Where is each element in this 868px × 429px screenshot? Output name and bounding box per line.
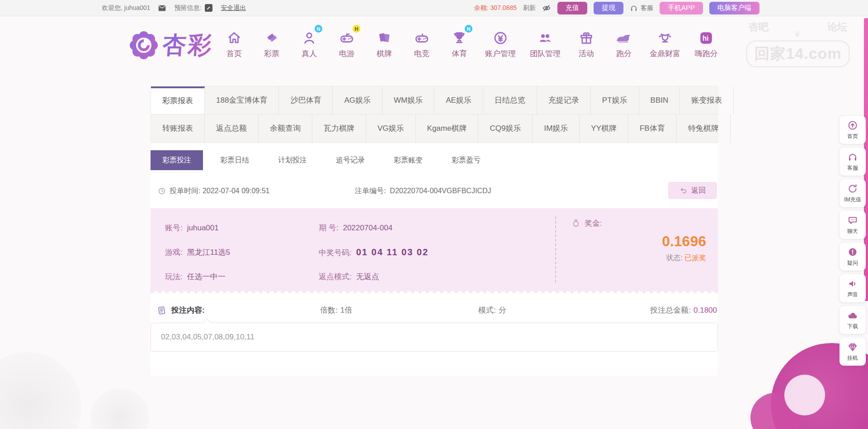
tab-ae[interactable]: AE娱乐 <box>434 86 483 114</box>
tab-tetu[interactable]: 特兔棋牌 <box>677 114 731 143</box>
tab-pt[interactable]: PT娱乐 <box>591 86 639 114</box>
win-numbers-value: 01 04 11 03 02 <box>356 247 429 257</box>
nav-item-home[interactable]: 首页 <box>222 27 246 59</box>
tab-caipiao-baobiao[interactable]: 彩票报表 <box>151 86 205 114</box>
tab-zhangbian[interactable]: 账变报表 <box>680 86 734 114</box>
nav-item-sports[interactable]: N 体育 <box>448 27 471 59</box>
order-no-label: 注单编号: <box>355 187 386 195</box>
welcome-text: 欢迎您, juhua001 <box>102 4 150 12</box>
prize-label: 奖金: <box>585 218 602 229</box>
issue-label: 期 号: <box>319 224 338 232</box>
report-tabs: 彩票报表 188金宝博体育 沙巴体育 AG娱乐 WM娱乐 AE娱乐 日结总览 充… <box>151 86 718 143</box>
nav-item-egames[interactable]: H 电游 <box>335 27 359 59</box>
tab-vg[interactable]: VG娱乐 <box>366 114 416 143</box>
nav-item-jinding[interactable]: 金鼎财富 <box>650 27 680 59</box>
subtab-touzhu[interactable]: 彩票投注 <box>151 150 203 170</box>
reserved-info-label: 预留信息: <box>174 4 201 12</box>
eye-slash-icon[interactable] <box>542 4 551 13</box>
sidebar-im-recharge[interactable]: IM充值 <box>840 179 866 207</box>
nav-item-haipaofen[interactable]: hi 嗨跑分 <box>694 27 718 59</box>
withdraw-button[interactable]: 提现 <box>594 2 623 14</box>
logout-link[interactable]: 安全退出 <box>221 4 246 12</box>
nav-item-esports[interactable]: 电竞 <box>410 27 434 59</box>
trophy-icon: N <box>452 27 467 46</box>
order-no-value: D20220704-004VGBFBCJICDJ <box>390 187 491 195</box>
sidebar-download[interactable]: 下载 <box>840 306 866 334</box>
edit-pencil-icon[interactable] <box>205 4 212 12</box>
clock-icon <box>158 187 166 195</box>
subtab-zhuihao[interactable]: 追号记录 <box>324 150 377 170</box>
sidebar-question[interactable]: 疑问 <box>840 243 866 271</box>
arrow-up-circle-icon <box>847 120 858 131</box>
mobile-app-button[interactable]: 手机APP <box>660 2 703 14</box>
nav-item-activity[interactable]: 活动 <box>575 27 598 59</box>
refresh-link[interactable]: 刷新 <box>523 4 536 12</box>
watermark-right: 论坛 <box>827 20 847 34</box>
tab-shaba[interactable]: 沙巴体育 <box>279 86 333 114</box>
tab-kgame[interactable]: Kgame棋牌 <box>416 114 479 143</box>
subtab-yingkui[interactable]: 彩票盈亏 <box>440 150 492 170</box>
cards-icon <box>377 27 392 46</box>
status-label: 状态: <box>666 254 683 262</box>
refresh-icon <box>847 183 858 194</box>
pc-client-button[interactable]: 电脑客户端 <box>709 2 760 14</box>
subtab-jihua[interactable]: 计划投注 <box>266 150 319 170</box>
tab-im[interactable]: IM娱乐 <box>533 114 580 143</box>
tab-ag[interactable]: AG娱乐 <box>333 86 382 114</box>
tab-wali[interactable]: 瓦力棋牌 <box>312 114 366 143</box>
nav-item-lottery[interactable]: 彩票 <box>260 27 283 59</box>
dashed-divider <box>555 216 556 282</box>
nav-item-team[interactable]: 团队管理 <box>530 27 561 59</box>
tab-yy[interactable]: YY棋牌 <box>580 114 628 143</box>
headset-icon <box>630 4 638 12</box>
tabs-row-2: 转账报表 返点总额 余额查询 瓦力棋牌 VG娱乐 Kgame棋牌 CQ9娱乐 I… <box>151 114 717 143</box>
tab-fb[interactable]: FB体育 <box>628 114 677 143</box>
bubble-pointer <box>203 319 211 327</box>
order-info-row: 投单时间: 2022-07-04 09:09:51 注单编号: D2022070… <box>151 182 718 200</box>
speaker-icon <box>847 278 858 289</box>
tab-rijie[interactable]: 日结总览 <box>483 86 537 114</box>
mail-icon[interactable] <box>158 5 166 11</box>
slot-gamepad-icon: H <box>339 27 355 46</box>
sidebar-service[interactable]: 客服 <box>840 148 866 176</box>
tab-188jinbaobo[interactable]: 188金宝博体育 <box>205 86 279 114</box>
tab-bbin[interactable]: BBIN <box>639 86 680 114</box>
logo-text: 杏彩 <box>162 29 215 61</box>
back-button[interactable]: 返回 <box>668 182 717 199</box>
sidebar-chat[interactable]: 聊天 <box>840 211 866 239</box>
prize-block: 奖金: 0.1696 状态:已派奖 <box>571 218 706 263</box>
mode-label: 模式: <box>478 306 496 315</box>
nav-item-account[interactable]: 账户管理 <box>485 27 516 59</box>
sidebar-autoplay[interactable]: 挂机 <box>840 338 866 366</box>
nav-item-live[interactable]: N 真人 <box>297 27 321 59</box>
gift-icon <box>579 27 594 46</box>
bet-time-value: 2022-07-04 09:09:51 <box>203 187 270 195</box>
nav-item-paofen[interactable]: 跑分 <box>612 27 636 59</box>
exclamation-circle-icon <box>847 247 858 257</box>
tab-zhuanzhang[interactable]: 转账报表 <box>151 114 205 143</box>
tab-cq9[interactable]: CQ9娱乐 <box>478 114 533 143</box>
tab-fandian[interactable]: 返点总额 <box>205 114 259 143</box>
tab-yuechaxun[interactable]: 余额查询 <box>259 114 312 143</box>
lottery-subtabs: 彩票投注 彩票日结 计划投注 追号记录 彩票账变 彩票盈亏 <box>151 150 718 170</box>
decorative-flower-left-small <box>90 388 149 429</box>
rebate-value: 无返点 <box>356 272 379 281</box>
game-value: 黑龙江11选5 <box>187 248 230 257</box>
customer-service[interactable]: 客服 <box>630 4 653 12</box>
subtab-rijie[interactable]: 彩票日结 <box>208 150 261 170</box>
tab-wm[interactable]: WM娱乐 <box>382 86 434 114</box>
bet-numbers-box: 02,03,04,05,07,08,09,10,11 <box>151 323 718 352</box>
badge-n: N <box>465 25 472 33</box>
account-value: juhua001 <box>187 224 219 232</box>
sidebar-sound[interactable]: 声音 <box>840 274 866 302</box>
service-label: 客服 <box>641 4 653 12</box>
subtab-zhangbian[interactable]: 彩票账变 <box>382 150 434 170</box>
headset-icon <box>847 152 858 162</box>
nav-item-boardgames[interactable]: 棋牌 <box>373 27 396 59</box>
notes-icon <box>157 305 167 315</box>
multiple-value: 1倍 <box>340 306 352 315</box>
sidebar-home[interactable]: 首页 <box>840 116 866 144</box>
site-logo[interactable]: 杏彩 <box>129 29 213 61</box>
recharge-button[interactable]: 充值 <box>557 2 587 14</box>
tab-chongti[interactable]: 充提记录 <box>537 86 591 114</box>
